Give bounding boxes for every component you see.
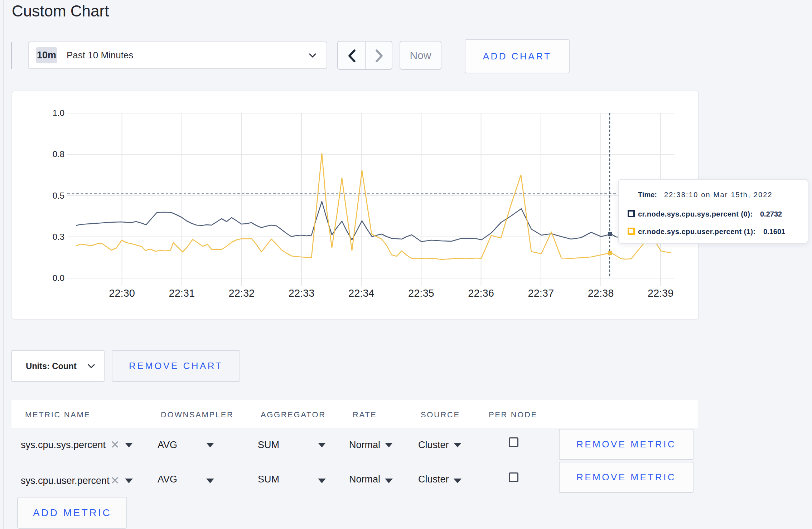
- svg-text:22:37: 22:37: [528, 287, 554, 299]
- svg-text:22:34: 22:34: [348, 287, 374, 299]
- svg-text:22:38: 22:38: [588, 287, 614, 299]
- svg-text:22:30: 22:30: [109, 287, 135, 299]
- svg-text:22:31: 22:31: [169, 287, 195, 299]
- svg-text:22:39: 22:39: [648, 287, 674, 299]
- svg-text:0.3: 0.3: [53, 232, 64, 242]
- svg-text:0.8: 0.8: [53, 149, 64, 159]
- svg-text:22:32: 22:32: [229, 287, 255, 299]
- svg-text:22:33: 22:33: [289, 287, 315, 299]
- svg-text:0.5: 0.5: [53, 191, 64, 200]
- svg-text:1.0: 1.0: [53, 108, 64, 118]
- svg-text:22:36: 22:36: [468, 287, 494, 299]
- svg-text:22:35: 22:35: [408, 287, 434, 299]
- svg-text:0.0: 0.0: [53, 273, 64, 283]
